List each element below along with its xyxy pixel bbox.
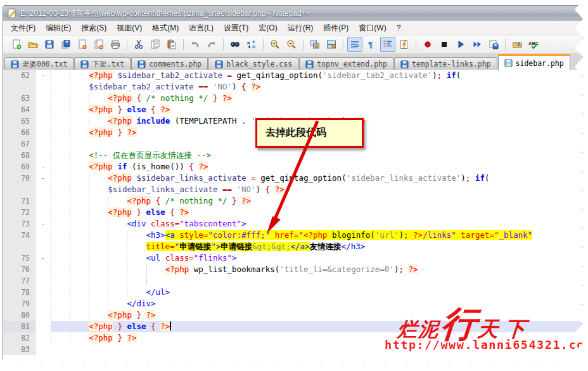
fold-marker-icon[interactable]: -	[35, 70, 51, 81]
toolbar-separator	[263, 39, 264, 50]
new-file-icon[interactable]	[9, 37, 24, 52]
cut-icon[interactable]	[131, 37, 146, 52]
tab-__000.txt[interactable]: 老婆000.txt	[4, 57, 74, 70]
code-row-62[interactable]: 62- <?php $sidebar_tab2_activate = get_q…	[3, 70, 582, 81]
toolbar-group: ¶	[347, 37, 412, 52]
save-icon[interactable]	[42, 37, 57, 52]
line-number: 78	[3, 287, 35, 298]
code-row-64[interactable]: 64 <?php } else { ?>	[3, 104, 582, 115]
menu-item-e[interactable]: 编辑(E)	[41, 21, 76, 36]
close-all-icon[interactable]	[91, 37, 106, 52]
word-wrap-icon[interactable]	[347, 37, 362, 52]
code-row-70[interactable]: 70- <?php $sidebar_links_activate = get_…	[3, 172, 582, 184]
menu-item-l[interactable]: 语言(L)	[184, 21, 219, 36]
code-row-77[interactable]: 77	[3, 275, 582, 287]
spell-check-icon[interactable]: ABC	[526, 37, 541, 52]
menu-item-v[interactable]: 视图(V)	[112, 21, 147, 36]
code-token: (	[318, 70, 323, 80]
tab-topnv_extend.php[interactable]: topnv_extend.php	[299, 57, 393, 70]
menu-item-t[interactable]: 设置(T)	[219, 21, 253, 36]
text-caret	[170, 322, 171, 330]
indent-guides	[51, 333, 89, 342]
save-macro-icon[interactable]	[486, 37, 501, 52]
zoom-out-icon[interactable]	[284, 37, 299, 52]
code-row-69[interactable]: 69- <?php if (is_home()) { ?>	[3, 161, 582, 172]
sync-horizontal-icon[interactable]	[324, 37, 339, 52]
indent-guides	[51, 219, 127, 228]
code-line-content: $sidebar_links_activate == 'NO') { ?>	[51, 184, 582, 195]
run-macro-multi-icon[interactable]	[470, 37, 485, 52]
paste-icon[interactable]	[164, 37, 179, 52]
code-row-73[interactable]: 73- <div class="tabscontent">	[3, 218, 582, 230]
code-token: class=	[151, 219, 179, 228]
indent-guides	[51, 242, 146, 251]
code-row-74[interactable]: 74 <h3><a style="color:#fff;" href="<?ph…	[3, 230, 582, 241]
tab-template-links.php[interactable]: template-links.php	[394, 57, 497, 70]
code-token: <div	[127, 219, 146, 228]
code-token: (	[485, 173, 490, 183]
code-token: =	[251, 173, 256, 183]
line-number: 65	[3, 115, 35, 127]
fold-marker-icon[interactable]: -	[35, 172, 51, 184]
code-row-71[interactable]: 71 <?php { /* nothing */ } ?>	[3, 195, 582, 207]
fold-marker-icon[interactable]: -	[35, 252, 51, 264]
function-list-icon[interactable]	[397, 37, 412, 52]
code-token: /* nothing */	[146, 93, 208, 103]
menu-item-m[interactable]: 格式(M)	[147, 21, 184, 36]
code-token	[160, 253, 165, 263]
find-icon[interactable]	[227, 37, 243, 52]
sync-vertical-icon[interactable]	[307, 37, 323, 52]
code-token: )	[432, 70, 437, 80]
code-row-78[interactable]: 78 </ul>	[3, 287, 582, 298]
open-file-icon[interactable]	[25, 37, 41, 52]
code-row-76[interactable]: 76 <?php wp_list_bookmarks('title_li=&ca…	[3, 264, 582, 275]
play-macro-icon[interactable]	[453, 37, 468, 52]
fold-marker-icon[interactable]: -	[35, 218, 51, 230]
line-number: 74	[3, 230, 35, 241]
tab-sidebar.php[interactable]: sidebar.php	[498, 54, 570, 70]
zoom-in-icon[interactable]	[267, 37, 283, 52]
menu-item-help[interactable]: ?	[392, 22, 406, 34]
annotation-callout: 去掉此段代码	[255, 118, 364, 148]
fold-margin	[35, 241, 51, 252]
show-symbols-icon[interactable]: ¶	[364, 37, 379, 52]
svg-text:a: a	[247, 40, 250, 46]
stop-macro-icon[interactable]	[437, 37, 452, 52]
copy-icon[interactable]	[148, 37, 163, 52]
close-icon[interactable]	[75, 37, 90, 52]
code-row-wrap[interactable]: $sidebar_links_activate == 'NO') { ?>	[3, 184, 582, 195]
code-token: ;	[399, 264, 404, 274]
menu-item-s[interactable]: 搜索(S)	[76, 21, 112, 36]
tab-__.txt[interactable]: 下架.txt	[74, 57, 131, 70]
tab-black_style.css[interactable]: black_style.css	[208, 57, 298, 70]
code-row-wrap[interactable]: $sidebar_tab2_activate == 'NO') { ?>	[3, 81, 582, 93]
code-row-63[interactable]: 63 <?php { /* nothing */ } ?>	[3, 93, 582, 104]
code-token: ?>	[127, 127, 136, 137]
code-row-68[interactable]: 68 <!-- 仅在首页显示友情连接 -->	[3, 150, 582, 161]
save-all-icon[interactable]	[58, 37, 74, 52]
code-row-75[interactable]: 75- <ul class="flinks">	[3, 252, 582, 264]
menu-item-o[interactable]: 宏(O)	[253, 21, 282, 36]
menu-item-w[interactable]: 窗口(W)	[354, 21, 391, 36]
replace-icon[interactable]: ab	[244, 37, 259, 52]
code-row-72[interactable]: 72 <?php } else { ?>	[3, 207, 582, 218]
tab-comments.php[interactable]: comments.php	[131, 57, 208, 70]
fold-marker-icon[interactable]: -	[35, 161, 51, 172]
code-token: =	[227, 70, 233, 80]
code-token: <?php	[89, 333, 113, 342]
record-macro-icon[interactable]	[420, 37, 435, 52]
line-number: 77	[3, 275, 35, 287]
code-token	[237, 196, 242, 205]
menu-item-r[interactable]: 运行(R)	[283, 21, 319, 36]
toolbar-separator	[127, 39, 127, 50]
code-token: .	[241, 116, 246, 126]
menu-item-f[interactable]: 文件(F)	[6, 21, 41, 36]
menu-item-p[interactable]: 插件(P)	[318, 21, 354, 36]
indent-guide-icon[interactable]	[380, 37, 395, 52]
tab-label: black_style.css	[226, 60, 292, 68]
undo-icon[interactable]	[188, 37, 203, 52]
doc-monitor-icon[interactable]	[509, 37, 525, 52]
print-icon[interactable]	[108, 37, 123, 52]
redo-icon[interactable]	[204, 37, 219, 52]
code-row-wrap[interactable]: title="申请链接">申请链接&gt;&gt;</a>友情连接</h3>	[3, 241, 582, 252]
